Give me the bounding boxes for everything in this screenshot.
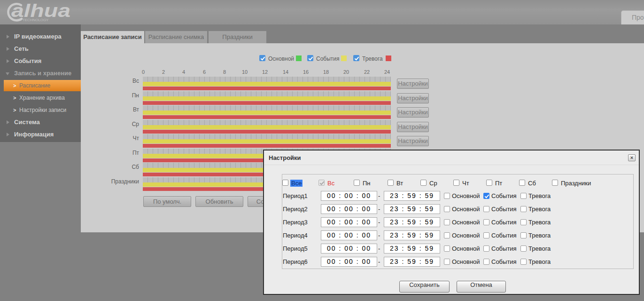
day-label: Вс bbox=[327, 180, 334, 187]
period6-end-input[interactable]: 23 : 59 : 59 bbox=[384, 257, 440, 267]
period3-alarm-checkbox[interactable] bbox=[520, 219, 527, 225]
checkbox-label: Тревога bbox=[528, 257, 551, 267]
period2-alarm-checkbox[interactable] bbox=[520, 206, 527, 212]
period2-events-checkbox[interactable] bbox=[483, 206, 489, 212]
period-label: Период4 bbox=[283, 230, 308, 240]
checkbox-label: Основной bbox=[452, 244, 480, 253]
period6-events-checkbox[interactable] bbox=[483, 259, 489, 265]
day-label: Все bbox=[290, 180, 303, 187]
day-label: Пт bbox=[495, 180, 502, 187]
checkbox-label: События bbox=[491, 257, 517, 267]
period4-events-checkbox[interactable] bbox=[483, 232, 489, 238]
day-wed-checkbox[interactable] bbox=[420, 180, 427, 186]
period3-main-checkbox[interactable] bbox=[444, 219, 450, 225]
period1-main-checkbox[interactable] bbox=[444, 193, 450, 199]
period2-start-input[interactable]: 00 : 00 : 00 bbox=[321, 204, 377, 214]
period5-alarm-checkbox[interactable] bbox=[520, 246, 527, 252]
period6-start-input[interactable]: 00 : 00 : 00 bbox=[321, 257, 377, 267]
day-holidays-checkbox[interactable] bbox=[552, 180, 558, 186]
checkbox-label: Основной bbox=[452, 191, 480, 201]
period1-end-input[interactable]: 23 : 59 : 59 bbox=[384, 191, 440, 201]
period-label: Период3 bbox=[283, 217, 308, 227]
period-label: Период1 bbox=[283, 191, 308, 201]
period4-start-input[interactable]: 00 : 00 : 00 bbox=[321, 230, 377, 240]
day-label: Сб bbox=[528, 180, 536, 187]
period3-start-input[interactable]: 00 : 00 : 00 bbox=[321, 217, 377, 227]
checkbox-label: Тревога bbox=[528, 217, 551, 227]
range-dash: - bbox=[378, 244, 380, 253]
day-label: Праздники bbox=[561, 180, 591, 187]
checkbox-label: События bbox=[491, 191, 517, 201]
range-dash: - bbox=[378, 257, 380, 267]
period4-alarm-checkbox[interactable] bbox=[520, 232, 527, 238]
range-dash: - bbox=[378, 204, 380, 214]
period-row-6: Период6 00 : 00 : 00 - 23 : 59 : 59 Осно… bbox=[264, 257, 639, 267]
day-mon-checkbox[interactable] bbox=[354, 180, 360, 186]
period5-end-input[interactable]: 23 : 59 : 59 bbox=[384, 244, 440, 253]
checkbox-label: Основной bbox=[452, 257, 480, 267]
dahua-web-ui: alhua TECHNOLOGY Про IP видеокамера Сеть… bbox=[0, 0, 644, 301]
day-thu-checkbox[interactable] bbox=[453, 180, 459, 186]
period4-end-input[interactable]: 23 : 59 : 59 bbox=[384, 230, 440, 240]
dialog-save-button[interactable]: Сохранить bbox=[399, 281, 450, 293]
checkbox-label: События bbox=[491, 244, 517, 253]
day-label: Пн bbox=[363, 180, 371, 187]
checkbox-label: События bbox=[491, 217, 517, 227]
checkbox-label: Основной bbox=[452, 204, 480, 214]
range-dash: - bbox=[378, 230, 380, 240]
period-row-1: Период1 00 : 00 : 00 - 23 : 59 : 59 Осно… bbox=[264, 191, 639, 201]
day-sun-checkbox[interactable] bbox=[318, 180, 325, 186]
period6-main-checkbox[interactable] bbox=[444, 259, 450, 265]
dialog-titlebar: Настройки × bbox=[264, 150, 639, 165]
checkbox-label: Тревога bbox=[528, 204, 551, 214]
checkbox-label: Основной bbox=[452, 230, 480, 240]
period3-end-input[interactable]: 23 : 59 : 59 bbox=[384, 217, 440, 227]
period-label: Период6 bbox=[283, 257, 308, 267]
period-label: Период5 bbox=[283, 244, 308, 253]
period-label: Период2 bbox=[283, 204, 308, 214]
settings-dialog: Настройки × Все Вс Пн Вт Ср Чт bbox=[263, 150, 640, 295]
period-row-2: Период2 00 : 00 : 00 - 23 : 59 : 59 Осно… bbox=[264, 204, 639, 214]
day-sat-checkbox[interactable] bbox=[519, 180, 525, 186]
period3-events-checkbox[interactable] bbox=[483, 219, 489, 225]
close-icon[interactable]: × bbox=[628, 154, 636, 161]
period5-events-checkbox[interactable] bbox=[483, 246, 489, 252]
period4-main-checkbox[interactable] bbox=[444, 232, 450, 238]
day-label: Вт bbox=[396, 180, 403, 187]
day-fri-checkbox[interactable] bbox=[486, 180, 492, 186]
dialog-title: Настройки bbox=[269, 154, 301, 161]
range-dash: - bbox=[378, 217, 380, 227]
period1-start-input[interactable]: 00 : 00 : 00 bbox=[321, 191, 377, 201]
period5-start-input[interactable]: 00 : 00 : 00 bbox=[321, 244, 377, 253]
period-row-5: Период5 00 : 00 : 00 - 23 : 59 : 59 Осно… bbox=[264, 244, 639, 254]
checkbox-label: Тревога bbox=[528, 244, 551, 253]
period-row-3: Период3 00 : 00 : 00 - 23 : 59 : 59 Осно… bbox=[264, 217, 639, 228]
day-tue-checkbox[interactable] bbox=[388, 180, 394, 186]
range-dash: - bbox=[378, 191, 380, 201]
day-label: Чт bbox=[462, 180, 469, 187]
period1-events-checkbox[interactable] bbox=[483, 193, 489, 199]
period2-end-input[interactable]: 23 : 59 : 59 bbox=[384, 204, 440, 214]
checkbox-label: События bbox=[491, 204, 517, 214]
period2-main-checkbox[interactable] bbox=[444, 206, 450, 212]
period1-alarm-checkbox[interactable] bbox=[520, 193, 527, 199]
checkbox-label: Тревога bbox=[528, 191, 551, 201]
dialog-cancel-button[interactable]: Отмена bbox=[457, 281, 506, 293]
checkbox-label: События bbox=[491, 230, 517, 240]
day-all-checkbox[interactable] bbox=[282, 180, 288, 186]
period6-alarm-checkbox[interactable] bbox=[520, 259, 527, 265]
period5-main-checkbox[interactable] bbox=[444, 246, 450, 252]
checkbox-label: Основной bbox=[452, 217, 480, 227]
day-label: Ср bbox=[429, 180, 437, 187]
checkbox-label: Тревога bbox=[528, 230, 551, 240]
period-row-4: Период4 00 : 00 : 00 - 23 : 59 : 59 Осно… bbox=[264, 230, 639, 241]
